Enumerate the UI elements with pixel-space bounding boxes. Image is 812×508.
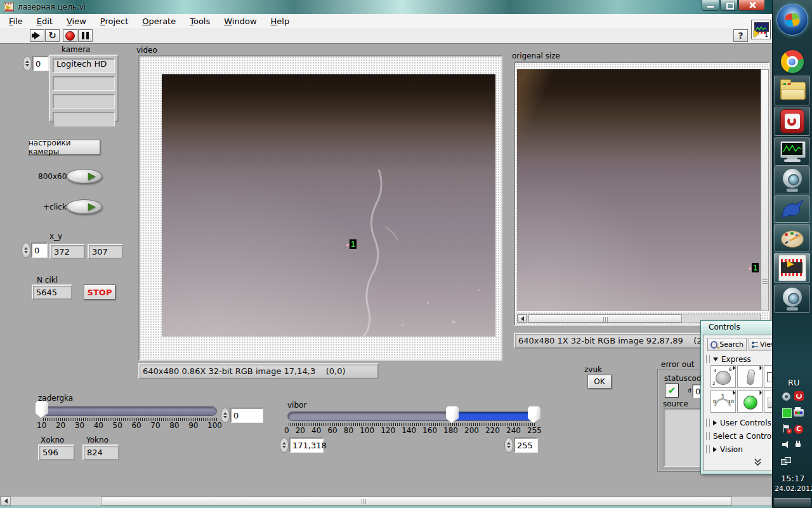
palette-item-gauge[interactable]: 0 5 10 — [710, 390, 736, 413]
zadergka-value-field[interactable]: 0 — [230, 408, 263, 423]
scrollbar-thumb[interactable] — [101, 497, 732, 505]
taskbar-item-chrome[interactable] — [774, 48, 810, 75]
taskbar-item-webcam[interactable] — [774, 166, 810, 194]
toggle-click-switch[interactable] — [67, 199, 102, 214]
scrollbar-thumb[interactable] — [528, 314, 682, 323]
maximize-button[interactable] — [720, 0, 738, 11]
tray-icon-webcam[interactable] — [782, 392, 790, 401]
view-label: View — [760, 340, 773, 349]
taskbar-item-paint[interactable] — [774, 224, 810, 251]
camera-settings-button[interactable]: настройки камеры — [28, 140, 100, 155]
palette-section-express[interactable]: Express — [705, 353, 773, 365]
xy-index-field[interactable]: 0 — [31, 243, 48, 258]
title-bar[interactable]: лазерная цель.vi — [0, 0, 773, 14]
minimize-button[interactable] — [702, 0, 719, 11]
palette-search-button[interactable]: Search — [707, 338, 747, 351]
labview-icon — [778, 255, 806, 281]
zvuk-ok-button[interactable]: OK — [587, 375, 612, 389]
tray-icon-usb-plug[interactable] — [794, 441, 802, 448]
palette-section-user-controls[interactable]: User Controls — [705, 417, 773, 429]
menu-item[interactable]: Window — [217, 15, 263, 27]
menu-item[interactable]: Tools — [183, 15, 217, 27]
menu-item[interactable]: View — [60, 15, 93, 27]
camera-list-item[interactable] — [53, 94, 115, 109]
video-display[interactable]: 1 — [138, 55, 502, 361]
vibor-slider-track[interactable] — [287, 411, 536, 421]
taskbar-item-explorer[interactable] — [774, 76, 810, 105]
tray-icon-network[interactable] — [781, 457, 790, 465]
abort-button[interactable] — [63, 29, 77, 42]
taskbar-item-system-monitor[interactable] — [774, 137, 810, 166]
vibor-low-spinner[interactable] — [280, 438, 289, 453]
zadergka-label: zadergka — [38, 394, 73, 403]
tray-icon-volume[interactable] — [782, 441, 790, 448]
menu-item[interactable]: Edit — [30, 15, 60, 27]
tray-icon-green-square[interactable] — [782, 408, 792, 418]
date[interactable]: 24.02.2012 — [775, 485, 812, 493]
chevron-right-icon — [713, 420, 717, 425]
section-grip — [706, 432, 710, 440]
camera-listbox[interactable]: Logitech HD — [49, 55, 119, 122]
scroll-left-arrow[interactable] — [518, 314, 527, 323]
tray-icon-color-printer[interactable] — [794, 409, 804, 417]
toggle-800x600-switch[interactable] — [67, 169, 102, 184]
camera-list-item[interactable] — [53, 112, 115, 126]
controls-palette-title[interactable]: Controls — [701, 321, 773, 335]
pause-icon — [82, 32, 89, 39]
show-desktop-button[interactable] — [774, 498, 811, 507]
taskbar-item-labview[interactable] — [774, 253, 810, 283]
tray-icon-opera[interactable] — [794, 391, 804, 401]
section-label: Vision — [720, 445, 743, 454]
clock[interactable]: 15:17 — [781, 474, 804, 483]
video-status-bar: 640x480 0.86X 32-bit RGB image 17,14,3 (… — [138, 363, 379, 379]
palette-section-vision[interactable]: Vision — [705, 443, 773, 455]
original-image[interactable]: 1 — [517, 69, 761, 311]
run-button[interactable] — [30, 29, 44, 42]
context-help-button[interactable]: ? — [733, 29, 748, 42]
original-size-display[interactable]: 1 — [514, 62, 770, 326]
scroll-left-arrow[interactable] — [1, 497, 11, 505]
vibor-high-spinner[interactable] — [504, 438, 513, 453]
camera-list-item[interactable] — [53, 76, 115, 91]
vibor-low-field[interactable]: 171,318 — [289, 438, 324, 453]
tray-icon-action-center-flag[interactable]: × — [782, 424, 791, 433]
expand-chevrons-icon[interactable] — [754, 457, 762, 465]
palette-item-numeric-knob[interactable]: 4 6 2 — [710, 365, 736, 388]
system-monitor-icon — [780, 141, 805, 163]
menu-item[interactable]: Project — [93, 15, 136, 27]
toolbar: ↻ ? — [0, 28, 773, 44]
palette-view-button[interactable]: View — [749, 338, 773, 351]
taskbar-item-opera[interactable] — [774, 107, 810, 136]
taskbar-item-bird-app[interactable] — [774, 195, 810, 223]
camera-list-item[interactable]: Logitech HD — [53, 58, 115, 73]
kamera-index-field[interactable]: 0 — [32, 56, 49, 71]
xy-index-spinner[interactable] — [22, 243, 30, 258]
zadergka-slider-track[interactable] — [42, 406, 217, 416]
tick-label: 40 — [311, 426, 321, 435]
palette-select-a-control[interactable]: Select a Control — [705, 430, 773, 442]
close-button[interactable] — [738, 0, 765, 11]
tick-label: 100 — [360, 426, 374, 435]
vi-icon[interactable]: 1 — [751, 20, 771, 39]
menu-item[interactable]: Help — [264, 15, 297, 27]
tray-icon-shield-c[interactable]: C — [794, 425, 803, 434]
taskbar-item-webcam-2[interactable] — [774, 284, 810, 313]
video-image[interactable]: 1 — [162, 74, 495, 337]
palette-item-led[interactable] — [737, 390, 763, 413]
zadergka-spinner[interactable] — [221, 408, 230, 423]
panel-horizontal-scrollbar[interactable] — [0, 496, 772, 506]
stop-button[interactable]: STOP — [84, 284, 115, 300]
section-label: Express — [721, 355, 751, 364]
run-continuous-button[interactable]: ↻ — [45, 29, 60, 42]
language-indicator[interactable]: RU — [788, 378, 800, 387]
kamera-index-spinner[interactable] — [23, 56, 32, 71]
start-button[interactable] — [774, 3, 810, 36]
vibor-high-field[interactable]: 255 — [514, 438, 538, 453]
original-vertical-scrollbar[interactable] — [761, 69, 769, 311]
pause-button[interactable] — [78, 29, 93, 42]
palette-item-toggle-switch[interactable] — [737, 365, 763, 388]
menu-item[interactable]: Operate — [135, 15, 183, 27]
menu-item[interactable]: File — [2, 15, 30, 27]
desktop: лазерная цель.vi FileEditViewProjectOper… — [0, 0, 812, 508]
search-label: Search — [719, 340, 743, 349]
